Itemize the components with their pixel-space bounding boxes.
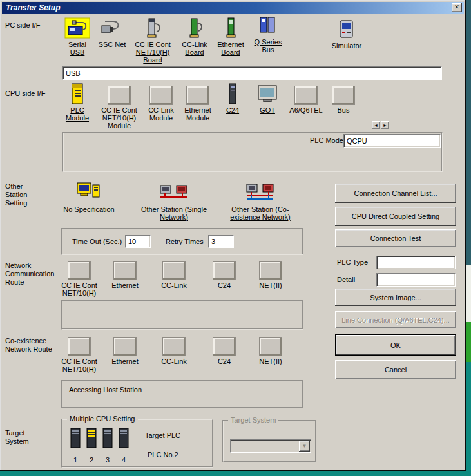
- pc-if-serial-usb[interactable]: Serial USB: [62, 15, 93, 56]
- line-connection-button[interactable]: Line Connection (Q/A6TEL,C24)...: [335, 311, 456, 328]
- pc-if-simulator-label: Simulator: [327, 42, 366, 50]
- section-label-network-route: Network Communication Route: [5, 262, 61, 287]
- window-title: Transfer Setup: [6, 3, 452, 12]
- system-image-label: System Image...: [370, 294, 421, 301]
- pc-if-cc-link-board-label: CC-Link Board: [177, 41, 213, 56]
- network-ethernet-label: Ethernet: [104, 281, 146, 289]
- pc-if-cc-link-board[interactable]: CC-Link Board: [177, 15, 213, 56]
- plc-type-field[interactable]: [376, 256, 456, 269]
- pc-if-ethernet-board[interactable]: Ethernet Board: [213, 15, 249, 56]
- serial-usb-icon: [62, 15, 93, 39]
- other-station-no-specification[interactable]: No Specification: [55, 180, 122, 213]
- network-cc-ie-cont-icon: [58, 256, 101, 280]
- cpu-if-a6-q6tel[interactable]: A6/Q6TEL: [286, 81, 326, 114]
- cpu-if-got[interactable]: GOT: [251, 81, 284, 114]
- ok-button[interactable]: OK: [335, 334, 456, 356]
- scroll-right-icon: ►: [383, 123, 387, 128]
- desktop-strip-green: [466, 322, 471, 362]
- scroll-left-button[interactable]: ◄: [372, 121, 380, 129]
- network-route-cc-ie-cont[interactable]: CC IE Cont NET/10(H): [58, 256, 101, 297]
- cpu-slot-2[interactable]: [86, 428, 97, 450]
- cpu-slot-4[interactable]: [119, 428, 129, 450]
- connection-channel-list-label: Connection Channel List...: [354, 189, 437, 197]
- target-system-dropdown[interactable]: ▼: [230, 439, 311, 453]
- detail-field[interactable]: [376, 273, 456, 287]
- coexistence-cc-link-icon: [153, 332, 195, 356]
- retry-times-label: Retry Times: [166, 238, 204, 246]
- detail-label: Detail: [337, 276, 355, 284]
- pc-interface-value-field[interactable]: [62, 66, 442, 80]
- ethernet-board-icon: [213, 15, 249, 39]
- line-connection-label: Line Connection (Q/A6TEL,C24)...: [341, 316, 450, 324]
- pc-if-ssc-net-label: SSC Net: [98, 41, 126, 48]
- cc-ie-cont-board-icon: [130, 15, 175, 39]
- cpu-if-c24-label: C24: [218, 106, 247, 114]
- retry-times-field[interactable]: [208, 235, 234, 248]
- cpu-if-bus-label: Bus: [329, 106, 358, 114]
- coexistence-route-ethernet[interactable]: Ethernet: [104, 332, 146, 365]
- network-c24-label: C24: [204, 281, 245, 289]
- cpu-if-plc-module[interactable]: PLC Module: [62, 81, 93, 122]
- pc-if-serial-usb-label: Serial USB: [62, 41, 93, 56]
- cpu-if-a6-q6tel-label: A6/Q6TEL: [286, 106, 326, 114]
- pc-if-ssc-net[interactable]: SSC Net: [98, 15, 126, 48]
- c24-icon: [218, 81, 247, 105]
- cpu-if-ethernet-module[interactable]: Ethernet Module: [179, 81, 216, 122]
- multiple-cpu-setting-title: Multiple CPU Setting: [67, 415, 138, 423]
- cpu-if-bus[interactable]: Bus: [329, 81, 358, 114]
- timeout-label: Time Out (Sec.): [72, 238, 122, 246]
- coexistence-route-cc-ie-cont[interactable]: CC IE Cont NET/10(H): [58, 332, 101, 373]
- cpu-slot-3-number: 3: [103, 456, 112, 464]
- coexistence-cc-ie-cont-icon: [58, 332, 101, 356]
- network-cc-link-label: CC-Link: [153, 281, 195, 289]
- scroll-left-icon: ◄: [374, 123, 378, 128]
- got-icon: [251, 81, 284, 105]
- connection-test-label: Connection Test: [370, 234, 421, 242]
- other-station-coexistence-network[interactable]: Other Station (Co-existence Network): [219, 180, 302, 221]
- plc-type-label: PLC Type: [337, 258, 368, 267]
- network-route-netii[interactable]: NET(II): [250, 256, 291, 289]
- timeout-field[interactable]: [125, 235, 151, 248]
- cpu-direct-coupled-setting-button[interactable]: CPU Direct Coupled Setting: [335, 207, 456, 226]
- network-route-c24[interactable]: C24: [204, 256, 245, 289]
- other-station-single-network[interactable]: Other Station (Single Network): [138, 180, 210, 221]
- close-button[interactable]: ✕: [452, 3, 462, 12]
- cc-link-board-icon: [177, 15, 213, 39]
- network-netii-icon: [250, 256, 291, 280]
- connection-test-button[interactable]: Connection Test: [335, 229, 456, 247]
- coexistence-netii-icon: [250, 332, 291, 356]
- ok-label: OK: [390, 341, 401, 349]
- cpu-slot-1[interactable]: [70, 428, 81, 450]
- scroll-right-button[interactable]: ►: [381, 121, 389, 129]
- pc-if-simulator[interactable]: Simulator: [327, 17, 366, 50]
- cpu-if-cc-link-module[interactable]: CC-Link Module: [143, 81, 179, 122]
- cancel-button[interactable]: Cancel: [335, 360, 456, 379]
- network-route-ethernet[interactable]: Ethernet: [104, 256, 146, 289]
- plc-mode-field[interactable]: [343, 134, 441, 148]
- coexistence-status-text: Accessing Host Station: [69, 386, 142, 394]
- plc-module-icon: [62, 81, 93, 105]
- cpu-slot-1-number: 1: [71, 456, 80, 464]
- pc-if-cc-ie-cont-board[interactable]: CC IE Cont NET/10(H) Board: [130, 15, 175, 64]
- desktop-strip-dark: [466, 0, 471, 265]
- cpu-slot-3[interactable]: [102, 428, 113, 450]
- connection-channel-list-button[interactable]: Connection Channel List...: [335, 184, 456, 203]
- section-label-target-system: Target System: [5, 429, 37, 446]
- section-label-coexistence-route: Co-existence Network Route: [5, 337, 57, 354]
- coexistence-route-cc-link[interactable]: CC-Link: [153, 332, 195, 365]
- other-station-single-network-label: Other Station (Single Network): [138, 205, 210, 221]
- coexistence-route-c24[interactable]: C24: [204, 332, 245, 365]
- cpu-if-cc-ie-cont-module[interactable]: CC IE Cont NET/10(H) Module: [95, 81, 143, 129]
- section-label-other-station: Other Station Setting: [5, 182, 39, 207]
- coexistence-cc-link-label: CC-Link: [153, 357, 195, 365]
- coexistence-route-netii[interactable]: NET(II): [250, 332, 291, 365]
- target-plc-label: Target PLC: [145, 432, 180, 440]
- pc-if-ethernet-board-label: Ethernet Board: [213, 41, 249, 56]
- pc-if-q-series-bus[interactable]: Q Series Bus: [250, 13, 286, 53]
- coexistence-netii-label: NET(II): [250, 357, 291, 365]
- network-route-cc-link[interactable]: CC-Link: [153, 256, 195, 289]
- cc-ie-cont-module-icon: [95, 81, 143, 105]
- cpu-if-c24[interactable]: C24: [218, 81, 247, 114]
- system-image-button[interactable]: System Image...: [335, 289, 456, 306]
- network-cc-ie-cont-label: CC IE Cont NET/10(H): [58, 281, 101, 297]
